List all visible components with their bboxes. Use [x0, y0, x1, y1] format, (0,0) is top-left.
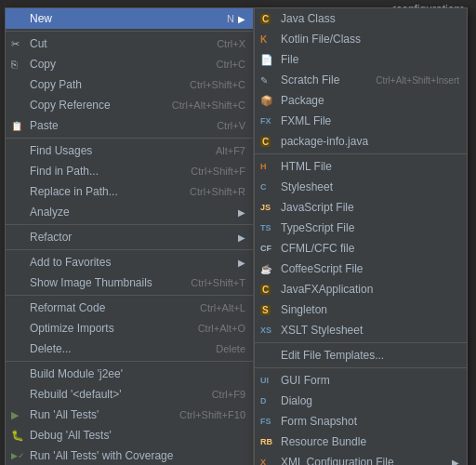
menu-item-run-coverage[interactable]: ▶✓ Run 'All Tests' with Coverage: [6, 445, 253, 465]
run-tests-shortcut: Ctrl+Shift+F10: [179, 409, 245, 420]
menu-item-add-favorites[interactable]: Add to Favorites ▶: [6, 252, 253, 272]
menu-item-new[interactable]: New N ▶: [6, 8, 253, 29]
find-path-shortcut: Ctrl+Shift+F: [191, 166, 245, 177]
submenu-item-xml-config[interactable]: X XML Configuration File ▶: [255, 452, 467, 465]
submenu-item-form-snapshot[interactable]: FS Form Snapshot: [255, 411, 467, 432]
cfml-icon: CF: [260, 244, 271, 253]
dialog-label: Dialog: [281, 394, 312, 407]
menu-item-build-module[interactable]: Build Module 'j2ee': [6, 364, 253, 384]
cut-shortcut: Ctrl+X: [217, 38, 245, 49]
menu-item-paste[interactable]: 📋 Paste Ctrl+V: [6, 115, 253, 136]
fxml-icon: FX: [260, 116, 271, 126]
fxml-label: FXML File: [281, 114, 331, 127]
submenu-item-xslt[interactable]: XS XSLT Stylesheet: [255, 320, 467, 340]
menu-item-reformat[interactable]: Reformat Code Ctrl+Alt+L: [6, 298, 253, 318]
submenu-item-ts[interactable]: TS TypeScript File: [255, 218, 467, 238]
menu-item-copy[interactable]: ⎘ Copy Ctrl+C: [6, 54, 253, 74]
submenu-item-fxml[interactable]: FX FXML File: [255, 111, 467, 131]
delete-label: Delete...: [30, 342, 216, 355]
submenu-item-package[interactable]: 📦 Package: [255, 90, 467, 111]
dialog-icon: D: [260, 396, 267, 405]
submenu-item-gui-form[interactable]: UI GUI Form: [255, 370, 467, 391]
new-shortcut: N: [227, 13, 234, 24]
submenu-item-package-info[interactable]: C package-info.java: [255, 131, 467, 152]
find-usages-label: Find Usages: [30, 144, 216, 157]
menu-item-delete[interactable]: Delete... Delete: [6, 339, 253, 359]
menu-item-copy-path[interactable]: Copy Path Ctrl+Shift+C: [6, 74, 253, 95]
rebuild-shortcut: Ctrl+F9: [212, 389, 245, 400]
menu-item-refactor[interactable]: Refactor ▶: [6, 227, 253, 247]
separator4: [6, 249, 253, 250]
scratch-icon: ✎: [260, 75, 268, 86]
menu-item-optimize[interactable]: Optimize Imports Ctrl+Alt+O: [6, 318, 253, 339]
xml-config-arrow: ▶: [452, 458, 459, 466]
submenu-item-resource-bundle[interactable]: RB Resource Bundle: [255, 432, 467, 452]
run-tests-label: Run 'All Tests': [30, 408, 179, 421]
coverage-icon: ▶✓: [11, 451, 25, 460]
xslt-icon: XS: [260, 326, 271, 335]
submenu-item-dialog[interactable]: D Dialog: [255, 391, 467, 411]
submenu-item-cfml[interactable]: CF CFML/CFC file: [255, 238, 467, 259]
kotlin-icon: K: [260, 34, 267, 45]
java-class-label: Java Class: [281, 12, 336, 25]
submenu-item-kotlin[interactable]: K Kotlin File/Class: [255, 29, 467, 49]
scratch-label: Scratch File: [281, 73, 376, 86]
xml-icon: X: [260, 458, 266, 465]
menu-item-show-thumbnails[interactable]: Show Image Thumbnails Ctrl+Shift+T: [6, 272, 253, 293]
submenu-item-file[interactable]: 📄 File: [255, 49, 467, 70]
submenu-arrow: ▶: [238, 14, 245, 24]
menu-item-copy-reference[interactable]: Copy Reference Ctrl+Alt+Shift+C: [6, 95, 253, 115]
submenu-item-javafx[interactable]: C JavaFXApplication: [255, 279, 467, 299]
separator2: [6, 138, 253, 139]
menu-item-analyze[interactable]: Analyze ▶: [6, 202, 253, 222]
menu-item-find-usages[interactable]: Find Usages Alt+F7: [6, 140, 253, 161]
file-icon: 📄: [260, 54, 273, 66]
css-icon: C: [260, 182, 267, 192]
submenu-item-singleton[interactable]: S Singleton: [255, 299, 467, 320]
cut-label: Cut: [30, 37, 217, 50]
refactor-arrow: ▶: [238, 232, 245, 243]
package-info-icon: C: [260, 137, 271, 147]
menu-item-run-tests[interactable]: ▶ Run 'All Tests' Ctrl+Shift+F10: [6, 405, 253, 425]
copy-icon: ⎘: [11, 59, 18, 70]
coffeescript-label: CoffeeScript File: [281, 262, 363, 275]
submenu-item-coffeescript[interactable]: ☕ CoffeeScript File: [255, 259, 467, 279]
paste-icon: 📋: [11, 121, 22, 131]
run-icon: ▶: [11, 409, 19, 421]
gui-form-icon: UI: [260, 376, 269, 385]
show-thumbnails-label: Show Image Thumbnails: [30, 276, 191, 289]
new-submenu: C Java Class K Kotlin File/Class 📄 File …: [254, 7, 468, 465]
add-favorites-arrow: ▶: [238, 258, 245, 268]
javafx-icon: C: [260, 285, 271, 295]
menu-item-replace-path[interactable]: Replace in Path... Ctrl+Shift+R: [6, 181, 253, 202]
separator: [6, 31, 253, 32]
submenu-item-scratch[interactable]: ✎ Scratch File Ctrl+Alt+Shift+Insert: [255, 70, 467, 90]
scratch-shortcut: Ctrl+Alt+Shift+Insert: [376, 75, 459, 86]
paste-shortcut: Ctrl+V: [217, 120, 245, 131]
replace-path-label: Replace in Path...: [30, 185, 190, 198]
run-coverage-label: Run 'All Tests' with Coverage: [30, 449, 245, 462]
separator6: [6, 361, 253, 362]
resource-icon: RB: [260, 437, 272, 446]
resource-bundle-label: Resource Bundle: [281, 435, 366, 448]
submenu-item-html[interactable]: H HTML File: [255, 156, 467, 177]
coffee-icon: ☕: [260, 264, 271, 274]
submenu-item-js[interactable]: JS JavaScript File: [255, 197, 467, 218]
xslt-label: XSLT Stylesheet: [281, 324, 363, 337]
debug-icon: 🐛: [11, 430, 24, 442]
replace-path-shortcut: Ctrl+Shift+R: [190, 186, 245, 197]
submenu-item-edit-templates[interactable]: Edit File Templates...: [255, 345, 467, 365]
new-label: New: [30, 12, 227, 25]
menu-item-find-path[interactable]: Find in Path... Ctrl+Shift+F: [6, 161, 253, 181]
submenu-item-css[interactable]: C Stylesheet: [255, 177, 467, 197]
menu-item-cut[interactable]: ✂ Cut Ctrl+X: [6, 33, 253, 54]
js-icon: JS: [260, 203, 271, 212]
menu-item-rebuild[interactable]: Rebuild '<default>' Ctrl+F9: [6, 384, 253, 405]
package-icon: 📦: [260, 95, 273, 107]
gui-form-label: GUI Form: [281, 374, 330, 387]
separator3: [6, 224, 253, 225]
ts-icon: TS: [260, 223, 271, 232]
kotlin-label: Kotlin File/Class: [281, 33, 361, 46]
menu-item-debug-tests[interactable]: 🐛 Debug 'All Tests': [6, 425, 253, 445]
submenu-item-java-class[interactable]: C Java Class: [255, 8, 467, 29]
